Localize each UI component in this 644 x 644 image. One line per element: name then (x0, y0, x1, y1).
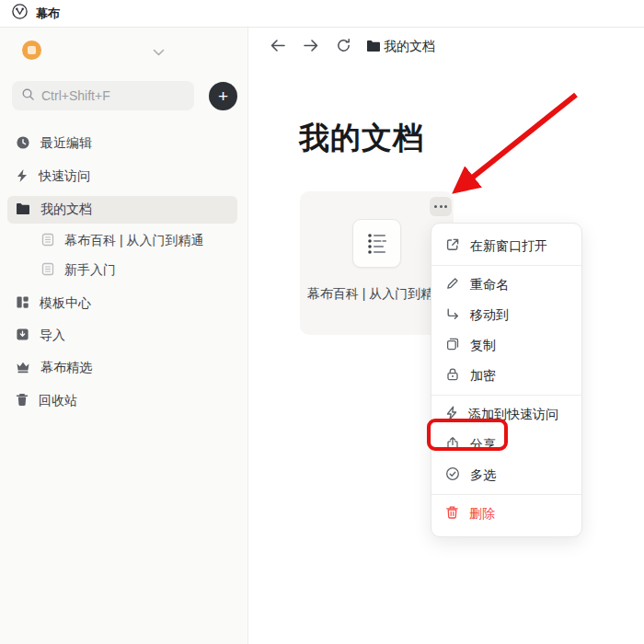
sidebar-item-import[interactable]: 导入 (7, 322, 237, 350)
menu-item-encrypt[interactable]: 加密 (437, 361, 576, 391)
crown-icon (16, 361, 30, 376)
new-document-button[interactable]: + (209, 82, 237, 110)
search-icon (21, 87, 35, 105)
menu-item-delete[interactable]: 删除 (437, 499, 576, 529)
sidebar-item-mubu-featured[interactable]: 幕布精选 (7, 354, 237, 382)
more-button[interactable] (430, 197, 452, 216)
sidebar-item-template-center[interactable]: 模板中心 (7, 290, 237, 317)
sidebar-item-recent-edits[interactable]: 最近编辑 (7, 130, 237, 157)
trash-icon (445, 505, 459, 523)
copy-icon (445, 337, 460, 354)
sidebar-item-doc-beginner[interactable]: 新手入门 (7, 257, 237, 284)
breadcrumb-folder-icon (366, 40, 381, 56)
menu-item-label: 分享 (470, 437, 496, 454)
forward-icon[interactable] (303, 38, 319, 57)
refresh-icon[interactable] (336, 38, 351, 57)
sidebar-item-label: 快速访问 (39, 168, 90, 185)
page-title: 我的文档 (299, 118, 424, 159)
sidebar-item-recycle-bin[interactable]: 回收站 (7, 387, 237, 415)
menu-item-label: 删除 (469, 506, 495, 523)
menu-item-label: 添加到快速访问 (468, 407, 558, 423)
menu-item-copy[interactable]: 复制 (437, 330, 576, 361)
external-link-icon (445, 237, 460, 255)
menu-item-open-in-new-window[interactable]: 在新窗口打开 (437, 231, 576, 261)
app-logo-icon (11, 3, 29, 24)
breadcrumb[interactable]: 我的文档 (384, 39, 435, 55)
document-card-title: 幕布百科 | 从入门到精通 (304, 282, 450, 305)
menu-item-move-to[interactable]: 移动到 (437, 300, 576, 330)
sidebar-item-my-documents[interactable]: 我的文档 (7, 196, 237, 224)
app-window: 幕布 + 最近编辑 快速访问 我的文档 幕布百科 | 从入门到精 (0, 0, 644, 644)
menu-item-label: 多选 (470, 467, 496, 484)
avatar[interactable] (22, 40, 41, 60)
lock-icon (445, 367, 460, 385)
menu-item-share[interactable]: 分享 (437, 430, 576, 460)
sidebar-item-label: 新手入门 (64, 262, 116, 279)
sidebar-item-doc-mubu-wiki[interactable]: 幕布百科 | 从入门到精通 (7, 227, 237, 255)
menu-item-multi-select[interactable]: 多选 (437, 460, 576, 490)
doc-icon (41, 262, 54, 279)
clock-icon (16, 135, 30, 153)
app-title: 幕布 (36, 6, 60, 22)
menu-item-label: 在新窗口打开 (470, 238, 547, 255)
trash-icon (16, 393, 29, 409)
rename-icon (445, 276, 460, 293)
titlebar: 幕布 (0, 0, 644, 28)
bolt-icon (445, 406, 458, 423)
sidebar-item-label: 幕布精选 (40, 360, 92, 376)
check-circle-icon (445, 466, 460, 484)
folder-icon (16, 202, 30, 218)
menu-item-label: 重命名 (470, 277, 509, 293)
sidebar-item-label: 模板中心 (40, 295, 91, 312)
chevron-down-icon[interactable] (153, 44, 165, 61)
more-icon (434, 205, 437, 208)
doc-icon (41, 233, 54, 249)
context-menu: 在新窗口打开 重命名 移动到 复制 加密 (431, 223, 582, 537)
sidebar-item-label: 幕布百科 | 从入门到精通 (64, 233, 203, 249)
sidebar-item-label: 回收站 (39, 393, 77, 409)
back-icon[interactable] (270, 38, 286, 57)
template-icon (16, 295, 29, 312)
sidebar-item-label: 最近编辑 (40, 135, 92, 152)
menu-item-label: 复制 (470, 338, 496, 354)
sidebar: + 最近编辑 快速访问 我的文档 幕布百科 | 从入门到精通 新手入门 模板中心 (0, 28, 248, 644)
sidebar-item-label: 导入 (40, 328, 65, 344)
sidebar-item-quick-access[interactable]: 快速访问 (7, 163, 237, 190)
avatar-glyph (28, 46, 36, 54)
bolt-icon (16, 168, 29, 186)
menu-item-label: 移动到 (470, 307, 509, 324)
import-icon (16, 328, 29, 344)
menu-item-add-to-quick-access[interactable]: 添加到快速访问 (437, 399, 576, 430)
search-input[interactable] (41, 88, 170, 103)
share-icon (445, 436, 460, 454)
sidebar-item-label: 我的文档 (40, 201, 92, 218)
document-list-icon (352, 219, 401, 268)
menu-item-label: 加密 (470, 368, 496, 385)
menu-item-rename[interactable]: 重命名 (437, 270, 576, 300)
search-box[interactable] (12, 81, 194, 110)
move-icon (445, 306, 460, 324)
